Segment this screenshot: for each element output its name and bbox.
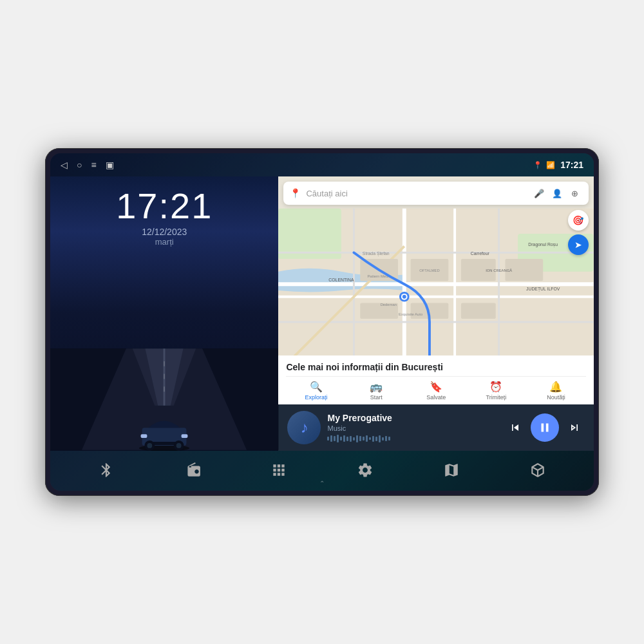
map-info-title: Cele mai noi informații din București <box>286 362 586 372</box>
saved-label: Salvate <box>426 394 446 401</box>
svg-text:JUDEȚUL ILFOV: JUDEȚUL ILFOV <box>527 287 561 292</box>
map-tab-news[interactable]: 🔔 Noutăți <box>526 381 586 401</box>
explore-icon: 🔍 <box>310 381 323 393</box>
lock-day: marți <box>63 237 265 247</box>
svg-text:ION CREANGĂ: ION CREANGĂ <box>486 269 513 272</box>
layers-icon[interactable]: ⊕ <box>568 186 582 200</box>
svg-text:OFTALMED: OFTALMED <box>420 269 440 272</box>
svg-rect-33 <box>461 303 496 319</box>
music-controls <box>505 413 585 442</box>
svg-text:Strada Ștefan: Strada Ștefan <box>363 251 390 256</box>
status-right: 📍 📶 17:21 <box>533 160 583 170</box>
map-search-bar[interactable]: 📍 Căutați aici 🎤 👤 ⊕ <box>283 182 589 205</box>
svg-text:COLENTINA: COLENTINA <box>329 278 355 282</box>
radio-nav-item[interactable] <box>184 462 201 478</box>
location-icon: 📍 <box>533 161 542 169</box>
svg-point-14 <box>147 443 153 448</box>
svg-rect-11 <box>152 442 177 445</box>
home-indicator[interactable]: ⌃ <box>319 480 325 487</box>
map-tab-send[interactable]: ⏰ Trimiteți <box>466 381 526 401</box>
status-time: 17:21 <box>560 160 583 170</box>
lock-time: 17:21 <box>63 188 265 224</box>
music-info: My Prerogative Music <box>327 413 498 442</box>
back-button[interactable]: ◁ <box>61 160 68 170</box>
svg-point-15 <box>176 443 182 448</box>
transit-icon: 🚌 <box>370 381 383 393</box>
voice-search-icon[interactable]: 🎤 <box>532 186 546 200</box>
send-label: Trimiteți <box>486 394 507 401</box>
map-controls: 🎯 ➤ <box>568 210 589 255</box>
account-icon[interactable]: 👤 <box>550 186 564 200</box>
map-tab-start[interactable]: 🚌 Start <box>346 381 406 401</box>
svg-text:Carrefour: Carrefour <box>471 251 490 256</box>
menu-button[interactable]: ≡ <box>91 160 96 170</box>
svg-rect-10 <box>182 434 188 438</box>
music-source: Music <box>327 424 498 432</box>
svg-rect-9 <box>141 434 147 438</box>
location-target-button[interactable]: 🎯 <box>568 210 589 231</box>
tunnel-visual <box>50 348 278 451</box>
navigate-button[interactable]: ➤ <box>568 234 589 255</box>
music-player: ♪ My Prerogative Music <box>278 404 594 451</box>
right-panel: Strada Ștefan COLENTINA Dragonul Roșu IO… <box>278 176 594 451</box>
settings-nav-item[interactable] <box>357 462 374 478</box>
main-content: 17:21 12/12/2023 marți <box>50 176 594 451</box>
send-icon: ⏰ <box>489 381 502 393</box>
svg-point-47 <box>402 295 406 299</box>
search-right-icons: 🎤 👤 ⊕ <box>532 186 582 200</box>
apps-nav-item[interactable] <box>270 462 287 478</box>
album-art: ♪ <box>287 411 321 444</box>
saved-icon: 🔖 <box>430 381 442 393</box>
google-maps-icon: 📍 <box>290 188 301 198</box>
map-section[interactable]: Strada Ștefan COLENTINA Dragonul Roșu IO… <box>278 176 594 404</box>
news-label: Noutăți <box>547 394 565 401</box>
next-button[interactable] <box>564 417 585 438</box>
svg-text:Dragonul Roșu: Dragonul Roșu <box>529 242 558 247</box>
map-tabs: 🔍 Explorați 🚌 Start 🔖 Salvate <box>286 376 586 401</box>
device-screen: ◁ ○ ≡ ▣ 📍 📶 17:21 17:21 12/12/2023 ma <box>50 153 594 491</box>
recent-button[interactable]: ▣ <box>106 160 114 170</box>
cube-nav-item[interactable] <box>529 462 546 478</box>
map-tab-saved[interactable]: 🔖 Salvate <box>406 381 466 401</box>
explore-label: Explorați <box>305 394 328 401</box>
music-waveform <box>327 435 498 442</box>
search-placeholder-text: Căutați aici <box>306 189 527 198</box>
svg-text:Exquisite Auto: Exquisite Auto <box>399 312 423 316</box>
left-panel: 17:21 12/12/2023 marți <box>50 176 278 451</box>
music-title: My Prerogative <box>327 413 498 423</box>
map-info-panel: Cele mai noi informații din București 🔍 … <box>278 355 594 404</box>
map-tab-explore[interactable]: 🔍 Explorați <box>286 381 346 401</box>
nav-buttons: ◁ ○ ≡ ▣ <box>61 160 114 170</box>
status-bar: ◁ ○ ≡ ▣ 📍 📶 17:21 <box>50 153 594 176</box>
start-label: Start <box>370 394 383 401</box>
previous-button[interactable] <box>505 417 526 438</box>
music-note-icon: ♪ <box>300 419 308 437</box>
svg-rect-17 <box>278 209 341 259</box>
device-frame: ◁ ○ ≡ ▣ 📍 📶 17:21 17:21 12/12/2023 ma <box>45 148 599 496</box>
home-button[interactable]: ○ <box>77 160 82 170</box>
status-icons: 📍 📶 <box>533 161 555 169</box>
lock-date: 12/12/2023 <box>63 227 265 237</box>
svg-text:Dedeman: Dedeman <box>381 303 397 307</box>
bluetooth-nav-item[interactable] <box>98 462 115 478</box>
clock-section: 17:21 12/12/2023 marți <box>50 176 278 253</box>
play-pause-button[interactable] <box>531 413 559 442</box>
news-icon: 🔔 <box>549 381 562 393</box>
maps-nav-item[interactable] <box>443 462 460 478</box>
wifi-icon: 📶 <box>546 161 555 169</box>
car-image <box>50 253 278 451</box>
